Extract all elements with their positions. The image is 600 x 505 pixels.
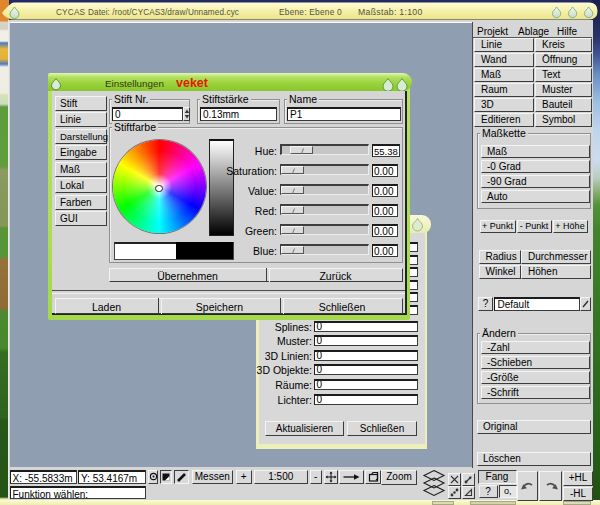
svg-text:Ebene: Ebene 0: Ebene: Ebene 0 [279,7,342,17]
svg-text:Maßstab: 1:100: Maßstab: 1:100 [358,7,423,17]
svg-text:CYCAS: CYCAS [56,8,86,17]
svg-text:Datei: /root/CYCAS3/draw/Unnam: Datei: /root/CYCAS3/draw/Unnamed.cyc [88,8,239,17]
